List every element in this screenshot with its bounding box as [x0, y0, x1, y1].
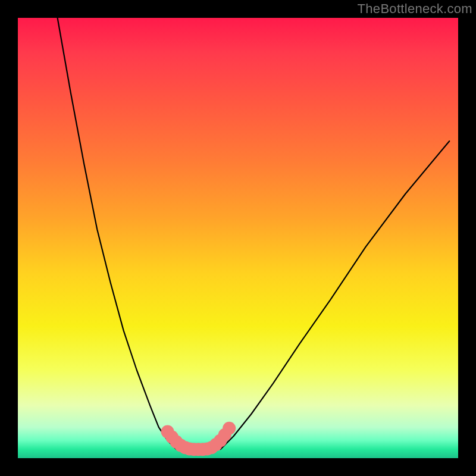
right-curve-line [220, 141, 449, 449]
bottom-markers-group [161, 422, 236, 456]
chart-svg [18, 18, 458, 458]
chart-frame: TheBottleneck.com [0, 0, 476, 476]
marker-dot [223, 422, 236, 435]
left-curve-line [58, 18, 177, 449]
plot-area [18, 18, 458, 458]
watermark-text: TheBottleneck.com [358, 1, 472, 17]
